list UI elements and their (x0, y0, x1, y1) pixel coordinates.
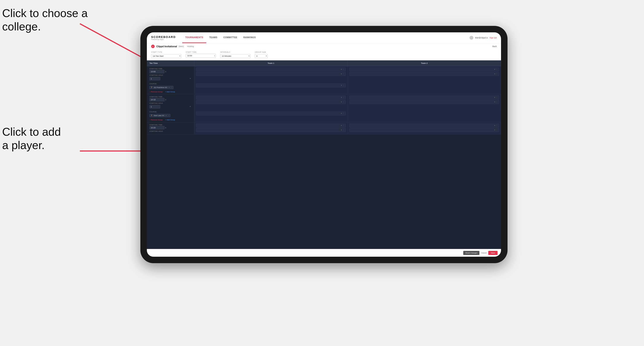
save-button[interactable]: Save (488, 251, 498, 255)
player-controls-1-1: ✕ ⋮ (341, 69, 344, 70)
course-tag-close-1[interactable]: ✕ (168, 87, 170, 88)
t2-remove-3-2[interactable]: ✕ (494, 129, 496, 131)
move-2-1[interactable]: ⋮ (343, 97, 344, 98)
start-time-input[interactable] (186, 54, 216, 58)
course-icon-2: 🏌 (151, 115, 153, 117)
team1-course-player-1: ✕ ⋮ (194, 82, 348, 90)
remove-player-1-2[interactable]: ✕ (341, 73, 342, 75)
course-remove-1-1[interactable]: ✕ (341, 85, 342, 86)
starting-time-input-1[interactable] (150, 70, 164, 73)
player-row-1-2[interactable]: ✕ ⋮ (196, 72, 346, 76)
t2-remove-2-2[interactable]: ✕ (494, 101, 496, 103)
course-player-controls-1-1: ✕ ⋮ (341, 85, 344, 86)
group-section-2: STARTING TIME: ℹ STARTING HOLE: 1 (147, 94, 501, 122)
course-tag-wrap-1: 🏌 (A) Peachtree GC ✕ ⋮ (150, 85, 192, 89)
intervals-select[interactable]: 10 Minutes (220, 54, 250, 58)
course-move-1-1[interactable]: ⋮ (343, 85, 344, 86)
remove-group-btn-2[interactable]: ○ Remove Group (150, 119, 162, 121)
player-row-2-2[interactable]: ✕ ⋮ (196, 100, 346, 104)
nav-tab-committee[interactable]: COMMITTEE (220, 32, 240, 43)
start-type-select[interactable]: 1st Tee Start (151, 54, 182, 58)
course-label-2: COURSE: (150, 111, 192, 113)
team2-move-1-2[interactable]: ⋮ (496, 73, 498, 75)
course-player-row-1-1[interactable]: ✕ ⋮ (196, 83, 346, 87)
t2-move-2-2[interactable]: ⋮ (496, 101, 498, 103)
nav-tab-tournaments[interactable]: TOURNAMENTS (182, 32, 206, 43)
start-time-input-wrap: ℹ (186, 54, 216, 58)
nav-tab-rankings[interactable]: RANKINGS (240, 32, 259, 43)
remove-2-2[interactable]: ✕ (341, 101, 342, 103)
reset-changes-button[interactable]: Reset Changes (463, 251, 480, 255)
team2-player-row-2-1[interactable]: ✕ ⋮ (350, 96, 499, 99)
starting-time-label-1: STARTING TIME: (150, 68, 192, 69)
remove-2-1[interactable]: ✕ (341, 97, 342, 98)
starting-hole-select-2[interactable]: 1 (150, 105, 160, 109)
team2-remove-1-2[interactable]: ✕ (494, 73, 496, 75)
group-size-select[interactable]: 3 (255, 54, 268, 58)
course-name-2: East Lake GC (154, 115, 164, 117)
remove-group-btn-1[interactable]: ○ Remove Group (150, 91, 162, 93)
group-size-label: Group Size (255, 51, 268, 53)
course-close-2[interactable]: ✕ (166, 115, 167, 117)
player-row-3-2[interactable]: ✕ ⋮ (196, 128, 346, 132)
move-player-1-1[interactable]: ⋮ (343, 69, 344, 70)
team2-player-controls-2-2: ✕ ⋮ (494, 101, 498, 103)
t2-remove-3-1[interactable]: ✕ (494, 125, 496, 126)
team2-players-3: ✕ ⋮ ✕ ⋮ (348, 122, 501, 134)
team1-actions-empty-1 (194, 90, 348, 94)
t2-remove-2-1[interactable]: ✕ (494, 97, 496, 98)
player-row-2-1[interactable]: ✕ ⋮ (196, 96, 346, 99)
course-chevron-2[interactable]: ⋮ (168, 115, 169, 117)
nav-bar: SCOREBOARD Powered by clippd TOURNAMENTS… (147, 32, 501, 43)
remove-3-1[interactable]: ✕ (341, 125, 342, 126)
t2-move-3-2[interactable]: ⋮ (496, 129, 498, 131)
cp-move-2[interactable]: ⋮ (343, 113, 344, 114)
t2-move-3-1[interactable]: ⋮ (496, 125, 498, 126)
content-area[interactable]: STARTING TIME: ℹ STARTING HOLE: 1 (147, 66, 501, 249)
add-group-btn-2[interactable]: + Add Group (165, 119, 175, 121)
team2-player-row-3-1[interactable]: ✕ ⋮ (350, 124, 499, 128)
start-type-label: Start Type (151, 51, 182, 53)
remove-player-1-1[interactable]: ✕ (341, 69, 342, 70)
move-3-1[interactable]: ⋮ (343, 125, 344, 126)
cp-remove-2[interactable]: ✕ (341, 113, 342, 114)
team2-player-row-2-2[interactable]: ✕ ⋮ (350, 100, 499, 104)
move-player-1-2[interactable]: ⋮ (343, 73, 344, 75)
starting-time-value-2: ℹ (150, 98, 192, 101)
move-3-2[interactable]: ⋮ (343, 129, 344, 131)
nav-tab-teams[interactable]: TEAMS (206, 32, 220, 43)
course-actions-1: ○ Remove Group + Add Group (147, 90, 194, 94)
group-row-2: STARTING TIME: ℹ STARTING HOLE: 1 (147, 94, 501, 110)
starting-time-input-2[interactable] (150, 98, 164, 101)
cancel-button[interactable]: Cancel (481, 252, 486, 254)
team2-player-row-1-2[interactable]: ✕ ⋮ (350, 72, 499, 76)
starting-time-value-3: ℹ (150, 126, 192, 129)
player-row-1-1[interactable]: ✕ ⋮ (196, 67, 346, 71)
t2-move-2-1[interactable]: ⋮ (496, 97, 498, 98)
player-row-3-1[interactable]: ✕ ⋮ (196, 124, 346, 128)
user-email: blair@clippd.io (475, 37, 488, 39)
clippd-icon: C (151, 45, 155, 48)
starting-hole-select-1[interactable]: 1 (150, 77, 160, 80)
team2-move-1-1[interactable]: ⋮ (496, 69, 498, 70)
team2-remove-1-1[interactable]: ✕ (494, 69, 496, 70)
tournament-name: Clippd Invitational (156, 45, 177, 48)
course-actions-row-2: ○ Remove Group + Add Group (147, 118, 501, 122)
starting-time-value-1: ℹ (150, 70, 192, 73)
remove-3-2[interactable]: ✕ (341, 129, 342, 131)
course-actions-row-1: ○ Remove Group + Add Group (147, 90, 501, 94)
add-group-btn-1[interactable]: + Add Group (165, 91, 175, 93)
course-row-1: COURSE: 🏌 (A) Peachtree GC ✕ ⋮ (147, 82, 501, 90)
starting-time-input-3[interactable] (150, 126, 164, 129)
sign-out-link[interactable]: Sign out (490, 37, 497, 39)
course-player-row-2[interactable]: ✕ ⋮ (196, 112, 346, 115)
move-2-2[interactable]: ⋮ (343, 101, 344, 103)
team2-player-row-3-2[interactable]: ✕ ⋮ (350, 128, 499, 132)
course-info-1: COURSE: 🏌 (A) Peachtree GC ✕ ⋮ (147, 82, 194, 90)
tablet-frame: SCOREBOARD Powered by clippd TOURNAMENTS… (140, 26, 508, 263)
course-tag-chevron-1[interactable]: ⋮ (170, 87, 172, 88)
team2-player-row-1-1[interactable]: ✕ ⋮ (350, 67, 499, 71)
t1-actions-empty-2 (194, 118, 348, 122)
th-team1: Team 1 (194, 60, 348, 66)
back-button[interactable]: Back (492, 45, 497, 47)
